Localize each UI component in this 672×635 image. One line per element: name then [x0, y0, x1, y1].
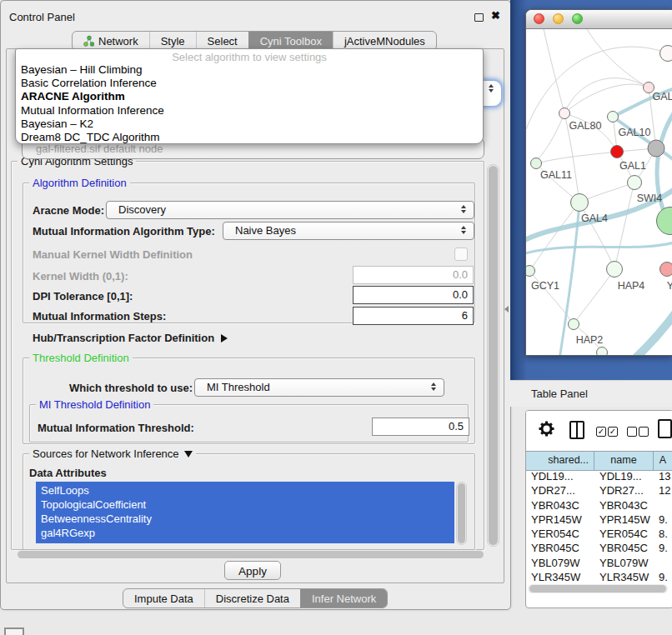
tab-select[interactable]: Select — [196, 32, 248, 50]
table-row[interactable]: YBR043CYBR043C — [526, 498, 672, 512]
attribute-item-betweennesscentrality[interactable]: BetweennessCentrality — [36, 512, 454, 526]
tab-cyni-toolbox[interactable]: Cyni Toolbox — [248, 32, 333, 50]
kernel-width-field[interactable]: 0.0 — [353, 266, 474, 284]
mi-threshold-field[interactable]: 0.5 — [372, 418, 469, 436]
zoom-traffic-light-icon[interactable] — [572, 13, 583, 24]
algorithm-option-dream8-dc-tdc-algorithm[interactable]: Dream8 DC_TDC Algorithm — [16, 131, 483, 144]
table-row[interactable]: YBR045CYBR045C9. — [526, 541, 672, 555]
select-all-icon[interactable]: ✓ — [596, 427, 606, 437]
minimized-panel-icon[interactable] — [4, 628, 24, 635]
algorithm-option-mutual-information-inference[interactable]: Mutual Information Inference — [16, 104, 483, 118]
tab-label: Impute Data — [134, 592, 193, 605]
column-header-name[interactable]: name — [594, 452, 654, 470]
attribute-item-selfloops[interactable]: SelfLoops — [36, 483, 454, 498]
network-node[interactable] — [596, 347, 608, 355]
manual-kernel-width-label: Manual Kernel Width Definition — [33, 248, 193, 261]
data-attributes-list[interactable]: SelfLoopsTopologicalCoefficientBetweenne… — [36, 482, 454, 543]
stepper-icon — [461, 205, 467, 213]
table-row[interactable]: YBL079WYBL079W — [526, 556, 672, 570]
table-cell: YLR345W — [594, 570, 654, 584]
network-node-hap4[interactable] — [606, 261, 623, 278]
table-cell: YDR27... — [526, 483, 594, 498]
node-label-gal11: GAL11 — [540, 169, 572, 181]
network-canvas[interactable]: GALGAL80GAL10GAL1GAL11SWI4GAL4GCY1HAP4YH… — [526, 29, 672, 355]
mi-steps-field[interactable]: 6 — [353, 307, 474, 325]
tab-discretize-data[interactable]: Discretize Data — [204, 589, 300, 608]
table-row[interactable]: YDL19...YDL19...13 — [526, 469, 672, 483]
algorithm-option-bayesian-k2[interactable]: Bayesian – K2 — [16, 118, 483, 131]
table-cell: YDR27... — [594, 483, 654, 498]
network-node[interactable] — [648, 140, 665, 158]
splitter-handle[interactable] — [504, 306, 509, 312]
kernel-width-label: Kernel Width (0,1): — [33, 270, 128, 282]
manual-kernel-width-checkbox[interactable] — [454, 248, 468, 261]
mi-steps-label: Mutual Information Steps: — [33, 310, 166, 322]
tab-label: jActiveMNodules — [344, 35, 425, 48]
table-cell — [654, 498, 672, 512]
app-screen: Control Panel ✖ NetworkStyleSelectCyni T… — [0, 0, 672, 635]
algorithm-option-aracne-algorithm[interactable]: ARACNE Algorithm — [16, 90, 483, 103]
aracne-mode-select[interactable]: Discovery — [106, 201, 474, 219]
network-node-gal80[interactable] — [559, 108, 570, 119]
hub-definition-toggle[interactable]: Hub/Transcription Factor Definition — [33, 332, 228, 344]
control-panel-title: Control Panel — [9, 11, 75, 23]
node-label-hap4: HAP4 — [618, 280, 645, 292]
close-traffic-light-icon[interactable] — [534, 13, 544, 24]
tab-network[interactable]: Network — [73, 32, 149, 50]
sources-toggle[interactable]: Sources for Network Inference — [29, 448, 196, 460]
algorithm-option-bayesian-hill-climbing[interactable]: Bayesian – Hill Climbing — [16, 63, 483, 77]
which-threshold-select[interactable]: MI Threshold — [194, 378, 444, 397]
table-cell: 9. — [654, 570, 672, 584]
tab-impute-data[interactable]: Impute Data — [123, 589, 204, 608]
table-toolbar: ✓ ✓ — [526, 411, 672, 451]
deselect-all-icon[interactable] — [639, 427, 649, 437]
tab-label: Select — [208, 35, 238, 48]
settings-horizontal-scrollbar[interactable] — [16, 550, 485, 559]
dpi-tolerance-field[interactable]: 0.0 — [353, 286, 474, 304]
show-columns-icon[interactable] — [569, 421, 584, 439]
table-cell: 9. — [654, 512, 672, 527]
settings-vertical-scrollbar[interactable] — [487, 164, 499, 547]
table-cell: YDL19... — [526, 469, 594, 483]
gear-icon[interactable] — [538, 420, 555, 438]
algorithm-option-basic-correlation-inference[interactable]: Basic Correlation Inference — [16, 77, 483, 90]
table-row[interactable]: YPR145WYPR145W9. — [526, 512, 672, 527]
hub-definition-label: Hub/Transcription Factor Definition — [33, 332, 214, 344]
table-row[interactable]: YLR345WYLR345W9. — [526, 570, 672, 584]
attributes-scrollbar[interactable] — [456, 482, 467, 545]
minimize-traffic-light-icon[interactable] — [553, 13, 564, 24]
table-horizontal-scrollbar[interactable] — [528, 584, 668, 593]
network-window-titlebar[interactable] — [526, 10, 672, 29]
network-node-swi4[interactable] — [627, 175, 642, 190]
threshold-definition-title: Threshold Definition — [29, 352, 133, 364]
close-icon[interactable]: ✖ — [491, 9, 500, 22]
network-node-hap2[interactable] — [568, 318, 579, 330]
network-node-gal4[interactable] — [570, 193, 589, 212]
table-cell: YLR345W — [526, 570, 594, 584]
column-header-a[interactable]: A — [654, 452, 672, 470]
network-node-gal11[interactable] — [530, 158, 542, 169]
deselect-all-icon[interactable] — [627, 427, 637, 437]
network-node-gal10[interactable] — [607, 111, 619, 122]
table-row[interactable]: YDR27...YDR27...12 — [526, 483, 672, 498]
sources-title: Sources for Network Inference — [33, 448, 179, 460]
mi-algorithm-type-select[interactable]: Naive Bayes — [223, 222, 474, 240]
select-all-icon[interactable]: ✓ — [608, 427, 618, 437]
apply-button[interactable]: Apply — [224, 561, 281, 580]
table-row[interactable]: YER054CYER054C8. — [526, 527, 672, 541]
table-cell: YBR045C — [594, 541, 654, 555]
node-label-swi4: SWI4 — [637, 192, 663, 204]
attribute-item-topologicalcoefficient[interactable]: TopologicalCoefficient — [36, 498, 454, 512]
tab-style[interactable]: Style — [149, 32, 196, 50]
data-attributes-label: Data Attributes — [29, 467, 107, 479]
new-table-icon[interactable] — [658, 419, 672, 438]
tab-jactivemnodules[interactable]: jActiveMNodules — [333, 32, 436, 50]
column-header-shared-[interactable]: shared... — [526, 452, 594, 470]
tab-infer-network[interactable]: Infer Network — [300, 589, 387, 608]
network-node-gal1[interactable] — [610, 145, 624, 158]
table-cell: YBR043C — [594, 498, 654, 512]
attribute-item-gal4rgexp[interactable]: gal4RGexp — [36, 526, 454, 540]
network-node[interactable] — [659, 45, 672, 62]
network-node-y[interactable] — [659, 262, 672, 277]
float-window-icon[interactable] — [474, 13, 484, 22]
